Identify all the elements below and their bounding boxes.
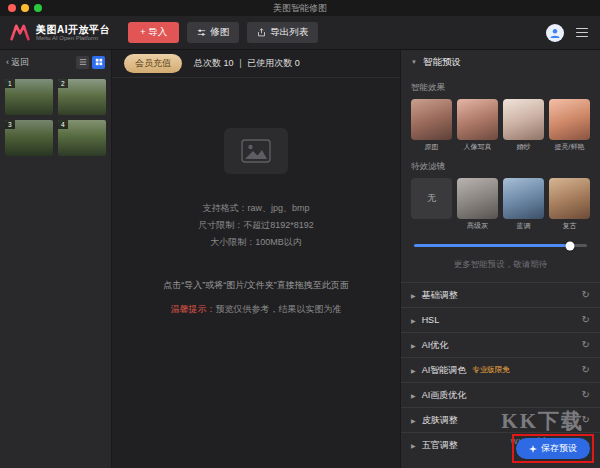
header-buttons: + 导入 修图 导出列表 [128, 22, 318, 43]
content: ‹ 返回 1 [0, 50, 600, 468]
section-basic-adjust[interactable]: ▶ 基础调整 ↻ [401, 282, 600, 307]
minimize-window-button[interactable] [21, 4, 29, 12]
filter-blue-tone[interactable]: 蓝调 [503, 178, 544, 231]
close-window-button[interactable] [8, 4, 16, 12]
main-area: 会员充值 总次数 10 ｜ 已使用次数 0 支持格式：raw、jpg、bmp 尺… [112, 50, 400, 468]
titlebar: 美图智能修图 [0, 0, 600, 16]
section-skin-adjust[interactable]: ▶ 皮肤调整 ↻ [401, 407, 600, 432]
section-badge: 专业版限免 [472, 365, 510, 375]
section-hsl[interactable]: ▶ HSL ↻ [401, 307, 600, 332]
spec-lines: 支持格式：raw、jpg、bmp 尺寸限制：不超过8192*8192 大小限制：… [198, 200, 314, 251]
edit-button-label: 修图 [210, 26, 229, 39]
usage-counter: 总次数 10 ｜ 已使用次数 0 [194, 57, 300, 70]
tip-label: 温馨提示： [171, 304, 216, 314]
effect-label: 原图 [411, 142, 452, 152]
chevron-right-icon: ▶ [411, 417, 416, 424]
chevron-right-icon: ▶ [411, 317, 416, 324]
filter-advanced-gray-thumb [457, 178, 498, 219]
export-icon [257, 28, 266, 37]
filter-label: 高级灰 [457, 221, 498, 231]
save-preset-button[interactable]: 保存预设 [516, 438, 590, 459]
left-panel-toolbar: ‹ 返回 [0, 50, 111, 74]
photo-thumbnail-4[interactable]: 4 [58, 120, 106, 156]
smart-effects-row: 原图 人像写真 婚纱 提亮/鲜艳 [411, 99, 590, 152]
effect-portrait[interactable]: 人像写真 [457, 99, 498, 152]
back-icon: ‹ [6, 57, 9, 67]
export-list-button[interactable]: 导出列表 [247, 22, 318, 43]
photo-thumbnail-3[interactable]: 3 [5, 120, 53, 156]
save-preset-label: 保存预设 [541, 442, 577, 455]
filters-label: 特效滤镜 [411, 161, 590, 173]
list-view-toggle[interactable] [76, 56, 89, 69]
section-ai-color[interactable]: ▶ AI智能调色 专业版限免 ↻ [401, 357, 600, 382]
photo-thumbnail-1[interactable]: 1 [5, 79, 53, 115]
view-toggles [76, 56, 105, 69]
reset-icon[interactable]: ↻ [582, 415, 590, 425]
zoom-window-button[interactable] [34, 4, 42, 12]
chevron-right-icon: ▶ [411, 292, 416, 299]
drop-zone[interactable]: 支持格式：raw、jpg、bmp 尺寸限制：不超过8192*8192 大小限制：… [112, 78, 400, 468]
save-preset-area: 保存预设 [512, 434, 594, 463]
export-button-label: 导出列表 [270, 26, 308, 39]
section-label: 皮肤调整 [422, 414, 458, 427]
tip-text: 预览仅供参考，结果以实图为准 [216, 304, 342, 314]
smart-effects-label: 智能效果 [411, 82, 590, 94]
reset-icon[interactable]: ↻ [582, 340, 590, 350]
thumbnail-number: 3 [5, 120, 15, 129]
back-button[interactable]: ‹ 返回 [6, 56, 29, 69]
effect-wedding-thumb [503, 99, 544, 140]
grid-view-toggle[interactable] [92, 56, 105, 69]
section-smart-preset[interactable]: ▼ 智能预设 [401, 50, 600, 74]
photo-thumbnail-2[interactable]: 2 [58, 79, 106, 115]
left-panel: ‹ 返回 1 [0, 50, 112, 468]
reset-icon[interactable]: ↻ [582, 290, 590, 300]
intensity-slider[interactable] [414, 244, 587, 247]
reset-icon[interactable]: ↻ [582, 315, 590, 325]
section-label: 基础调整 [422, 289, 458, 302]
filesize-line: 大小限制：100MB以内 [198, 234, 314, 251]
effect-label: 提亮/鲜艳 [549, 142, 590, 152]
user-icon [549, 27, 561, 39]
menu-icon[interactable] [574, 26, 590, 40]
section-label: AI优化 [422, 339, 449, 352]
preset-header-label: 智能预设 [423, 56, 461, 69]
effect-portrait-thumb [457, 99, 498, 140]
edit-button[interactable]: 修图 [187, 22, 239, 43]
member-recharge-button[interactable]: 会员充值 [124, 54, 182, 73]
import-button[interactable]: + 导入 [128, 22, 179, 43]
filter-retro[interactable]: 复古 [549, 178, 590, 231]
warm-tip: 温馨提示：预览仅供参考，结果以实图为准 [171, 303, 342, 316]
sparkle-icon [529, 445, 537, 453]
main-toolbar: 会员充值 总次数 10 ｜ 已使用次数 0 [112, 50, 400, 78]
section-label: AI画质优化 [422, 389, 467, 402]
effect-wedding[interactable]: 婚纱 [503, 99, 544, 152]
logo-title: 美图AI开放平台 [36, 24, 110, 35]
slider-knob[interactable] [565, 241, 574, 250]
dimension-line: 尺寸限制：不超过8192*8192 [198, 217, 314, 234]
right-panel: ▼ 智能预设 智能效果 原图 人像写真 婚纱 提 [400, 50, 600, 468]
filter-blue-tone-thumb [503, 178, 544, 219]
effect-original[interactable]: 原图 [411, 99, 452, 152]
reset-icon[interactable]: ↻ [582, 390, 590, 400]
chevron-right-icon: ▶ [411, 367, 416, 374]
preset-body: 智能效果 原图 人像写真 婚纱 提亮/鲜艳 特效 [401, 74, 600, 282]
header-right [546, 24, 590, 42]
chevron-down-icon: ▼ [411, 59, 417, 65]
section-ai-quality[interactable]: ▶ AI画质优化 ↻ [401, 382, 600, 407]
reset-icon[interactable]: ↻ [582, 365, 590, 375]
app-header: 美图AI开放平台 Meitu AI Open Platform + 导入 修图 … [0, 16, 600, 50]
format-line: 支持格式：raw、jpg、bmp [198, 200, 314, 217]
filter-advanced-gray[interactable]: 高级灰 [457, 178, 498, 231]
logo-subtitle: Meitu AI Open Platform [36, 35, 110, 42]
list-view-icon [79, 58, 87, 66]
user-avatar[interactable] [546, 24, 564, 42]
effect-label: 人像写真 [457, 142, 498, 152]
grid-view-icon [95, 58, 103, 66]
filter-none[interactable]: 无 [411, 178, 452, 231]
effect-original-thumb [411, 99, 452, 140]
effect-label: 婚纱 [503, 142, 544, 152]
section-ai-optimize[interactable]: ▶ AI优化 ↻ [401, 332, 600, 357]
image-placeholder [224, 128, 288, 174]
effect-brighten[interactable]: 提亮/鲜艳 [549, 99, 590, 152]
back-label: 返回 [11, 56, 29, 69]
